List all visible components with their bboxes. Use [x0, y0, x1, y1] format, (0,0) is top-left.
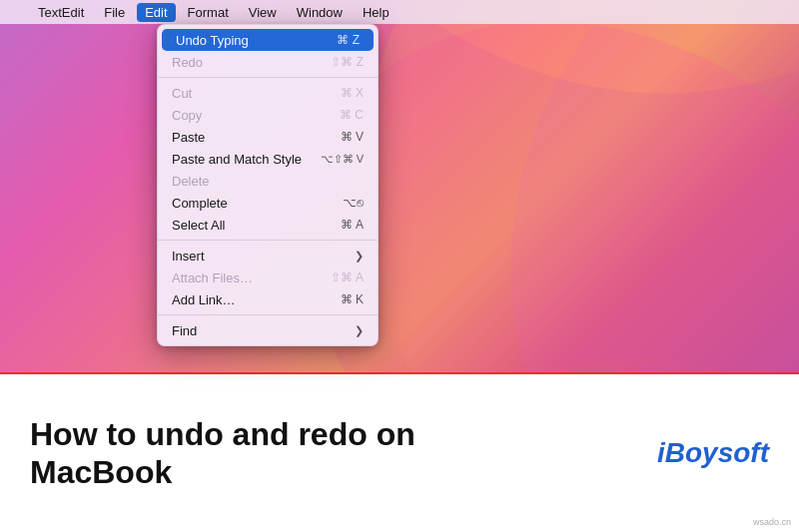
brand-name: iBoysoft	[657, 437, 769, 469]
menu-item-label: Delete	[172, 174, 210, 189]
menu-item-copy: Copy ⌘ C	[158, 104, 378, 126]
menu-item-label: Select All	[172, 218, 225, 233]
menu-item-delete: Delete	[158, 170, 378, 192]
menu-item-shortcut: ⌘ K	[341, 292, 364, 306]
edit-dropdown-menu: Undo Typing ⌘ Z Redo ⇧⌘ Z Cut ⌘ X Copy ⌘…	[157, 24, 379, 346]
menu-item-attach-files: Attach Files… ⇧⌘ A	[158, 266, 378, 288]
menu-separator-2	[158, 240, 378, 241]
menu-item-label: Paste	[172, 130, 205, 145]
menu-item-paste[interactable]: Paste ⌘ V	[158, 126, 378, 148]
menubar-view[interactable]: View	[241, 3, 285, 22]
brand-logo: iBoysoft	[657, 437, 769, 469]
menubar-file[interactable]: File	[96, 3, 133, 22]
menu-item-shortcut: ⌘ Z	[337, 33, 360, 47]
apple-menu[interactable]	[10, 10, 26, 14]
menu-item-shortcut: ⇧⌘ Z	[331, 55, 364, 69]
menu-item-label: Complete	[172, 196, 228, 211]
menu-item-label: Find	[172, 323, 197, 338]
menu-item-add-link[interactable]: Add Link… ⌘ K	[158, 288, 378, 310]
menu-item-find[interactable]: Find ❯	[158, 319, 378, 341]
menu-item-complete[interactable]: Complete ⌥⎋	[158, 192, 378, 214]
menu-item-select-all[interactable]: Select All ⌘ A	[158, 214, 378, 236]
menu-item-redo: Redo ⇧⌘ Z	[158, 51, 378, 73]
menu-item-shortcut: ⌘ A	[341, 218, 364, 232]
menu-item-label: Undo Typing	[176, 33, 249, 48]
menu-item-undo-typing[interactable]: Undo Typing ⌘ Z	[162, 29, 374, 51]
menu-item-label: Copy	[172, 108, 202, 123]
menu-separator-1	[158, 77, 378, 78]
submenu-arrow-icon-find: ❯	[355, 324, 364, 337]
watermark: wsado.cn	[753, 517, 791, 527]
menubar-window[interactable]: Window	[289, 3, 351, 22]
menu-item-label: Cut	[172, 86, 192, 101]
menubar-help[interactable]: Help	[355, 3, 398, 22]
menu-item-insert[interactable]: Insert ❯	[158, 245, 378, 266]
menu-item-shortcut: ⌘ V	[341, 130, 364, 144]
menu-item-shortcut: ⌘ X	[341, 86, 364, 100]
banner-title: How to undo and redo on MacBook	[30, 415, 549, 492]
menu-item-label: Add Link…	[172, 292, 236, 307]
menubar-format[interactable]: Format	[180, 3, 237, 22]
menu-separator-3	[158, 314, 378, 315]
menu-item-shortcut: ⌥⇧⌘ V	[321, 153, 364, 166]
menu-item-label: Paste and Match Style	[172, 152, 302, 167]
menu-item-label: Insert	[172, 249, 205, 264]
menubar-textedit[interactable]: TextEdit	[30, 3, 92, 22]
menu-item-shortcut: ⌘ C	[340, 108, 364, 122]
menu-item-shortcut: ⌥⎋	[343, 196, 364, 210]
menu-item-label: Redo	[172, 55, 203, 70]
submenu-arrow-icon: ❯	[355, 250, 364, 263]
menu-item-cut: Cut ⌘ X	[158, 82, 378, 104]
menubar-edit[interactable]: Edit	[137, 3, 175, 22]
menu-item-label: Attach Files…	[172, 270, 253, 285]
menubar: TextEdit File Edit Format View Window He…	[0, 0, 799, 24]
menu-item-shortcut: ⇧⌘ A	[331, 270, 364, 284]
bottom-banner: How to undo and redo on MacBook iBoysoft	[0, 372, 799, 532]
menu-item-paste-match-style[interactable]: Paste and Match Style ⌥⇧⌘ V	[158, 148, 378, 170]
